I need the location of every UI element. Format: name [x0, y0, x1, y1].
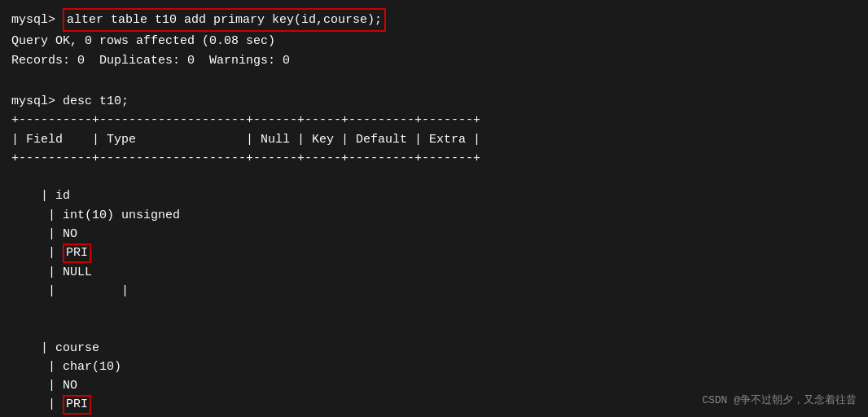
prompt-2: mysql>	[11, 92, 63, 111]
desc-line: mysql> desc t10;	[11, 92, 857, 111]
row2-key-col: |	[41, 397, 63, 411]
query-ok-text: Query OK, 0 rows affected (0.08 sec)	[11, 32, 275, 50]
row2-field: | course	[41, 341, 107, 355]
prompt-1: mysql>	[11, 11, 63, 29]
command-line: mysql> alter table t10 add primary key(i…	[11, 8, 857, 32]
pri-box-1: PRI	[63, 244, 91, 263]
row2-null: | NO	[41, 379, 99, 393]
row1-default: | NULL	[41, 266, 121, 279]
row1-type: | int(10) unsigned	[41, 208, 202, 222]
command-box: alter table t10 add primary key(id,cours…	[63, 8, 386, 32]
table-border-top: +----------+--------------------+------+…	[11, 111, 857, 129]
empty-line-1	[11, 73, 857, 92]
desc-command-text: desc t10;	[63, 92, 129, 111]
row1-key-col: |	[41, 246, 63, 260]
row1-extra: | |	[41, 284, 129, 298]
table-header: | Field | Type | Null | Key | Default | …	[11, 130, 857, 149]
row1-field: | id	[41, 189, 107, 203]
table-border-mid: +----------+--------------------+------+…	[11, 149, 857, 168]
query-ok-line: Query OK, 0 rows affected (0.08 sec)	[11, 32, 857, 50]
records-line: Records: 0 Duplicates: 0 Warnings: 0	[11, 51, 857, 70]
row1-null: | NO	[41, 227, 99, 241]
terminal-window: mysql> alter table t10 add primary key(i…	[0, 0, 868, 417]
records-text: Records: 0 Duplicates: 0 Warnings: 0	[11, 51, 290, 70]
table-row-id: | id | int(10) unsigned | NO | PRI | NUL…	[11, 168, 857, 319]
pri-box-2: PRI	[63, 395, 91, 415]
row2-type: | char(10)	[41, 360, 202, 374]
watermark: CSDN @争不过朝夕，又念着往昔	[702, 393, 857, 407]
